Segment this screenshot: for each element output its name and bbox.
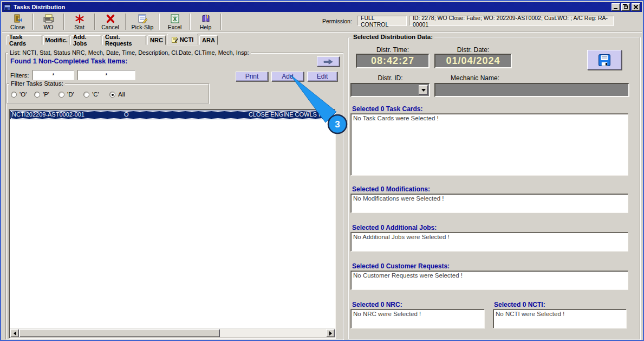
toolbar-separator	[220, 14, 222, 30]
radio-icon	[11, 92, 17, 98]
toolbar-label: Help	[200, 24, 212, 30]
modifications-empty-text: No Modifications were Selected !	[353, 195, 444, 202]
nrc-empty-text: No NRC were Selected !	[353, 311, 421, 317]
help-book-icon	[201, 14, 211, 23]
app-icon	[4, 4, 11, 11]
asterisk-icon	[75, 14, 84, 23]
scrollbar-thumb[interactable]	[19, 329, 220, 337]
permission-value: FULL CONTROL	[357, 16, 407, 26]
distr-id-combobox[interactable]	[350, 83, 430, 97]
print-button[interactable]: Print	[236, 72, 268, 81]
toolbar-separator	[32, 14, 34, 30]
cancel-x-icon	[106, 14, 115, 23]
nrc-listbox[interactable]: No NRC were Selected !	[350, 309, 485, 329]
toolbar-label: Close	[10, 24, 25, 30]
horizontal-scrollbar[interactable]	[10, 329, 335, 338]
exit-door-icon	[13, 14, 23, 23]
task-cards-empty-text: No Task Cards were Selected !	[353, 115, 439, 121]
ncti-empty-text: No NCTI were Selected !	[496, 311, 564, 317]
filters-label: Filters:	[10, 72, 29, 79]
tab-ara[interactable]: ARA	[199, 35, 218, 45]
toolbar-label: Pick-Slip	[132, 24, 154, 30]
section-header-task-cards: Selected 0 Task Cards:	[352, 105, 423, 113]
edit-button[interactable]: Edit	[307, 72, 337, 81]
save-floppy-icon	[597, 53, 612, 67]
tab-label: Cust. Requests	[105, 34, 144, 47]
distr-id-label: Distr. ID:	[350, 74, 430, 82]
radio-label: 'O'	[19, 91, 27, 98]
status-radio-P[interactable]: 'P'	[34, 91, 49, 98]
additional-jobs-listbox[interactable]: No Additional Jobs were Selected !	[350, 232, 628, 252]
svg-text:X: X	[173, 16, 177, 22]
wo-context-info: ID: 2278; WO Close: False; WO: 202209-AS…	[409, 16, 614, 26]
task-cards-listbox[interactable]: No Task Cards were Selected !	[350, 113, 628, 176]
toolbar-button-stat[interactable]: Stat	[66, 12, 93, 31]
section-header-ncti: Selected 0 NCTI:	[494, 301, 545, 308]
combo-dropdown-button[interactable]	[419, 85, 428, 95]
toolbar-button-wo[interactable]: WO	[35, 12, 62, 31]
toolbar-label: Cancel	[101, 24, 119, 30]
mechanic-name-field	[434, 83, 629, 97]
filter-input-1[interactable]	[33, 70, 74, 80]
title-bar: Tasks Distribution	[2, 2, 642, 12]
tab-modific[interactable]: Modific.	[43, 35, 69, 45]
section-header-additional-jobs: Selected 0 Additional Jobs:	[352, 224, 437, 231]
mechanic-name-label: Mechanic Name:	[451, 74, 499, 82]
tab-label: NCTI	[180, 36, 194, 43]
status-radio-D[interactable]: 'D'	[58, 91, 74, 98]
toolbar-button-cancel[interactable]: Cancel	[96, 12, 124, 31]
section-header-modifications: Selected 0 Modifications:	[352, 185, 430, 193]
task-list-row-selected[interactable]: NCTI202209-AST0002-001 O CLOSE ENGINE CO…	[10, 111, 334, 119]
distribution-group-label: Selected Distribution Data:	[352, 34, 434, 40]
tab-ncti[interactable]: NCTI	[167, 34, 198, 45]
minimize-button[interactable]	[612, 3, 620, 11]
radio-label: 'P'	[43, 91, 49, 98]
tasks-distribution-window: Tasks Distribution Close WO	[0, 0, 644, 341]
scroll-left-button[interactable]	[10, 329, 19, 337]
status-radio-all[interactable]: All	[109, 91, 125, 98]
list-group-label: List: NCTI, Stat, Status NRC, Mech, Date…	[8, 49, 251, 56]
status-radio-C[interactable]: 'C'	[83, 91, 99, 98]
ncti-task-list[interactable]: NCTI202209-AST0002-001 O CLOSE ENGINE CO…	[9, 109, 336, 339]
toolbar-label: WO	[43, 24, 53, 30]
next-arrow-button[interactable]	[317, 56, 340, 67]
row-status: O	[124, 111, 129, 118]
radio-label: 'D'	[67, 91, 74, 98]
chevron-down-icon	[421, 89, 426, 94]
toolbar-button-excel[interactable]: X Excel	[161, 12, 188, 31]
toolbar-button-close[interactable]: Close	[4, 12, 31, 31]
add-button[interactable]: Add	[271, 72, 304, 81]
filter-input-2[interactable]	[78, 70, 135, 80]
toolbar-separator	[190, 14, 191, 30]
tab-add-jobs[interactable]: Add. Jobs	[70, 35, 101, 45]
toolbar-button-help[interactable]: Help	[192, 12, 219, 31]
row-ncti-id: NCTI202209-AST0002-001	[12, 111, 84, 118]
toolbar-button-pick-slip[interactable]: Pick-Slip	[127, 12, 158, 31]
toolbar-separator	[94, 14, 95, 30]
printer-icon	[43, 14, 54, 23]
tab-task-cards[interactable]: Task Cards	[6, 35, 42, 45]
note-pencil-icon	[172, 36, 178, 43]
tab-cust-requests[interactable]: Cust. Requests	[102, 35, 146, 45]
close-window-button[interactable]	[632, 3, 640, 11]
toolbar-separator	[125, 14, 126, 30]
right-arrow-icon	[323, 59, 333, 65]
section-header-customer-requests: Selected 0 Customer Requests:	[352, 262, 450, 270]
window-title: Tasks Distribution	[14, 4, 65, 10]
radio-icon	[83, 92, 89, 98]
scroll-right-button[interactable]	[326, 329, 335, 337]
ncti-listbox[interactable]: No NCTI were Selected !	[493, 309, 627, 329]
modifications-listbox[interactable]: No Modifications were Selected !	[350, 194, 628, 213]
tab-nrc[interactable]: NRC	[147, 35, 166, 45]
additional-jobs-empty-text: No Additional Jobs were Selected !	[353, 234, 450, 240]
tab-label: Add. Jobs	[73, 34, 99, 47]
save-button[interactable]	[587, 50, 622, 70]
toolbar-label: Excel	[168, 24, 182, 30]
radio-label: All	[118, 91, 125, 98]
customer-requests-listbox[interactable]: No Customer Requests were Selected !	[350, 271, 628, 290]
found-items-text: Found 1 Non-Completed Task Items:	[10, 57, 127, 65]
row-description: CLOSE ENGINE COWLS I.A.W AMM TASK	[249, 111, 334, 118]
restore-button[interactable]	[621, 3, 630, 11]
status-radio-O[interactable]: 'O'	[11, 91, 27, 98]
distr-date-display: 01/04/2024	[434, 54, 512, 68]
